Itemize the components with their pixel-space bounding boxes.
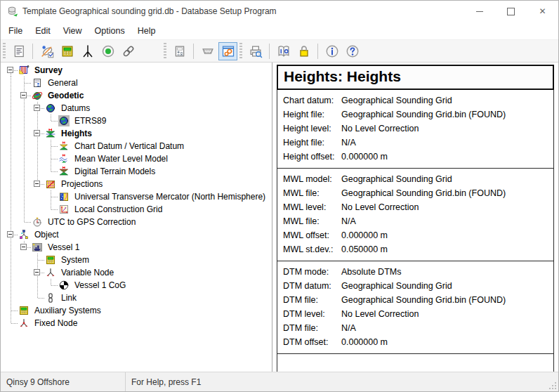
tree-guide bbox=[18, 152, 31, 165]
panel-row-value: No Level Correction bbox=[336, 309, 419, 319]
expand-toggle[interactable] bbox=[20, 244, 27, 250]
panel-row-value: No Level Correction bbox=[336, 202, 419, 212]
tree-item-general[interactable]: General bbox=[1, 77, 272, 89]
tripod-button[interactable] bbox=[78, 42, 97, 60]
tree-item-local-construction-grid[interactable]: Local Construction Grid bbox=[1, 203, 272, 216]
panel-row: DTM level:No Level Correction bbox=[277, 307, 553, 321]
tree-guide bbox=[4, 216, 18, 228]
tree-item-label: Object bbox=[32, 229, 61, 240]
tree-item-heights[interactable]: Heights bbox=[1, 127, 272, 140]
dtm-icon bbox=[58, 166, 70, 177]
tree-guide bbox=[4, 165, 18, 178]
expand-toggle[interactable] bbox=[34, 269, 40, 275]
tree-item-survey[interactable]: Survey bbox=[1, 64, 272, 77]
tree-guide bbox=[4, 115, 18, 127]
tree-item-system[interactable]: System bbox=[1, 254, 272, 266]
info-circle-icon bbox=[325, 44, 339, 58]
calculator-button[interactable] bbox=[170, 42, 189, 60]
keypad-button[interactable] bbox=[58, 42, 77, 60]
window-title: Template Geographical sounding grid.db -… bbox=[22, 6, 277, 16]
close-button[interactable] bbox=[527, 1, 558, 22]
expand-toggle[interactable] bbox=[34, 130, 40, 136]
panel-row-value: Geographical Sounding Grid bbox=[336, 281, 452, 291]
tree-item-variable-node[interactable]: Variable Node bbox=[1, 266, 272, 279]
tree-item-vessel-1-cog[interactable]: Vessel 1 CoG bbox=[1, 279, 272, 292]
general-icon bbox=[32, 77, 43, 89]
projections-icon bbox=[45, 178, 56, 190]
tree-guide bbox=[4, 152, 18, 165]
tree-item-fixed-node[interactable]: Fixed Node bbox=[1, 317, 272, 329]
tree-guide bbox=[18, 165, 31, 178]
tree-item-mean-water-level-model[interactable]: Mean Water Level Model bbox=[1, 152, 272, 165]
toolbar-grip[interactable] bbox=[164, 43, 166, 60]
expand-toggle[interactable] bbox=[7, 231, 13, 237]
menu-options[interactable]: Options bbox=[88, 23, 131, 39]
tree-item-label: Link bbox=[59, 292, 79, 303]
toolbar bbox=[1, 40, 558, 63]
tree-item-datums[interactable]: Datums bbox=[1, 102, 272, 115]
tree-guide bbox=[31, 140, 44, 152]
survey-icon bbox=[18, 65, 29, 76]
menu-edit[interactable]: Edit bbox=[29, 23, 57, 39]
panel-row-value: 0.050000 m bbox=[336, 244, 388, 254]
tree-item-vessel-1[interactable]: Vessel 1 bbox=[1, 241, 272, 254]
green-node-button[interactable] bbox=[98, 42, 117, 60]
tree-guide bbox=[31, 102, 44, 115]
help-circle-button[interactable] bbox=[343, 42, 362, 60]
info-circle-button[interactable] bbox=[322, 42, 341, 60]
tree-item-label: Vessel 1 CoG bbox=[72, 280, 128, 291]
tree-item-universal-transverse-mercator-north-hemisphere[interactable]: Universal Transverse Mercator (North Hem… bbox=[1, 190, 272, 203]
panel-row-label: Height level: bbox=[277, 124, 336, 133]
panel-body: Chart datum:Geographical Sounding GridHe… bbox=[277, 90, 554, 372]
panel-section: Chart datum:Geographical Sounding GridHe… bbox=[277, 90, 553, 169]
tree-item-label: Vessel 1 bbox=[46, 242, 81, 253]
printer-preview-button[interactable] bbox=[246, 42, 265, 60]
panel-row-label: Height file: bbox=[277, 110, 336, 119]
menu-view[interactable]: View bbox=[57, 23, 88, 39]
panel-row-value: 0.000000 m bbox=[336, 337, 388, 347]
tree-item-object[interactable]: Object bbox=[1, 228, 272, 241]
notes-button[interactable] bbox=[9, 42, 28, 60]
menu-help[interactable]: Help bbox=[131, 23, 162, 39]
expand-toggle[interactable] bbox=[20, 92, 27, 98]
menu-file[interactable]: File bbox=[2, 23, 29, 39]
tree-item-digital-terrain-models[interactable]: Digital Terrain Models bbox=[1, 165, 272, 178]
tree-item-projections[interactable]: Projections bbox=[1, 178, 272, 190]
tree-item-label: UTC to GPS Correction bbox=[46, 216, 138, 228]
client-area: SurveyGeneralGeodeticDatumsETRS89Heights… bbox=[1, 63, 558, 372]
lock-button[interactable] bbox=[294, 42, 313, 60]
io-book-button[interactable] bbox=[274, 42, 293, 60]
tree-item-etrs89[interactable]: ETRS89 bbox=[1, 115, 272, 127]
tree-guide bbox=[4, 190, 18, 203]
window-gears-button[interactable] bbox=[218, 42, 237, 60]
panel-row-value: 0.000000 m bbox=[336, 230, 388, 240]
heights-icon bbox=[45, 128, 56, 139]
resize-grip-icon[interactable] bbox=[548, 381, 556, 389]
tree-guide bbox=[31, 127, 44, 140]
window-gears-icon bbox=[221, 44, 235, 58]
panel-row-value: N/A bbox=[336, 138, 356, 148]
tree-guide bbox=[18, 203, 31, 216]
minimize-button[interactable] bbox=[463, 1, 495, 22]
panel-row-value: No Level Correction bbox=[336, 124, 419, 133]
serial-port-button[interactable] bbox=[198, 42, 217, 60]
tree-item-label: Auxiliary Systems bbox=[32, 305, 103, 316]
tree-item-auxiliary-systems[interactable]: Auxiliary Systems bbox=[1, 304, 272, 317]
tree-item-chart-datum-vertical-datum[interactable]: Chart Datum / Vertical Datum bbox=[1, 140, 272, 152]
expand-toggle[interactable] bbox=[34, 105, 40, 111]
maximize-button[interactable] bbox=[495, 1, 527, 22]
tree-item-geodetic[interactable]: Geodetic bbox=[1, 89, 272, 102]
database-file-icon bbox=[7, 6, 18, 17]
gnss-edit-button[interactable] bbox=[37, 42, 56, 60]
tree-guide bbox=[4, 241, 18, 254]
panel-row-label: DTM datum: bbox=[277, 281, 336, 291]
tree-guide bbox=[31, 254, 44, 266]
expand-toggle[interactable] bbox=[34, 181, 40, 187]
tree-item-utc-to-gps-correction[interactable]: UTC to GPS Correction bbox=[1, 216, 272, 228]
link-chain-button[interactable] bbox=[119, 42, 138, 60]
toolbar-grip[interactable] bbox=[239, 43, 242, 60]
tree-item-link[interactable]: Link bbox=[1, 292, 272, 304]
toolbar-grip[interactable] bbox=[3, 43, 6, 60]
tree-guide bbox=[4, 304, 18, 317]
expand-toggle[interactable] bbox=[7, 67, 13, 73]
